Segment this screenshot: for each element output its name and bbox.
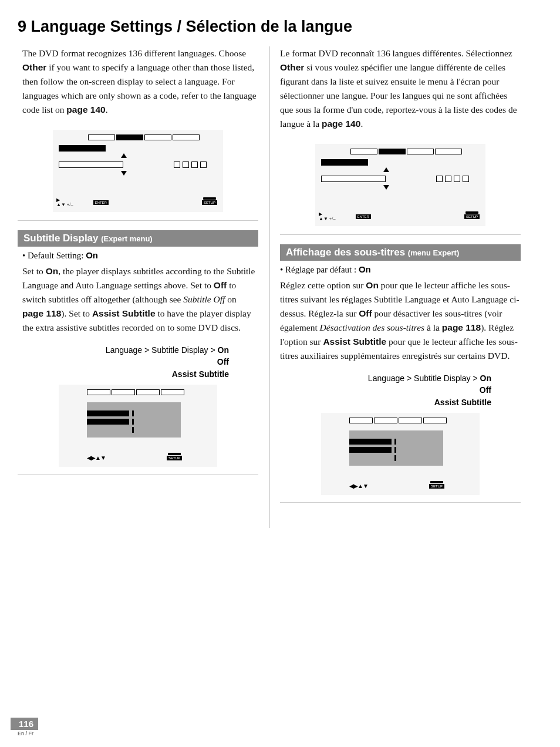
other-label: Other	[280, 62, 304, 72]
default-setting-en: • Default Setting: On	[22, 250, 258, 261]
text: • Réglage par défaut :	[280, 265, 359, 274]
setup-button-icon: SETUP	[464, 214, 480, 219]
setup-button-icon: SETUP	[429, 484, 444, 489]
enter-button-icon: ENTER	[356, 214, 371, 219]
diagram-menu-fr: ◀▶▲▼ SETUP	[321, 413, 480, 495]
menu-path-en: Language > Subtitle Display > On Off Ass…	[18, 344, 229, 380]
page-ref: page 140	[322, 119, 360, 129]
text: The DVD format recognizes 136 different …	[22, 48, 246, 58]
page-ref: page 140	[66, 105, 105, 115]
off-label: Off	[214, 280, 227, 290]
default-setting-fr: • Réglage par défaut : On	[280, 264, 521, 275]
page-footer: 116 En / Fr	[11, 718, 38, 736]
page-number: 116	[11, 718, 38, 730]
diagram-remote-fr: ▶▲▼ +/– ENTER SETUP	[315, 144, 485, 226]
menu-off: Off	[480, 385, 491, 395]
menu-assist: Assist Subtitle	[434, 398, 491, 407]
text: ). Set to	[61, 308, 92, 318]
menu-path-fr: Language > Subtitle Display > On Off Ass…	[280, 372, 491, 408]
text: .	[106, 105, 108, 115]
text: à la	[424, 322, 442, 332]
assist-label: Assist Subtitle	[92, 308, 156, 318]
diagram-remote-en: ▶▲▼ +/– ENTER SETUP	[53, 130, 223, 212]
subhead-sub: (menu Expert)	[408, 248, 459, 257]
default-value: On	[359, 264, 371, 274]
subhead-main: Affichage des sous-titres	[286, 247, 408, 258]
body-text-fr: Réglez cette option sur On pour que le l…	[280, 278, 521, 363]
column-french: Le format DVD reconnaît 136 langues diff…	[280, 46, 521, 528]
other-label: Other	[22, 62, 46, 72]
on-label: On	[366, 280, 379, 290]
diagram-menu-en: ◀▶▲▼ SETUP	[59, 385, 217, 467]
text: on	[225, 294, 236, 304]
assist-label: Assist Subtitle	[323, 337, 386, 346]
page-title: 9 Language Settings / Sélection de la la…	[18, 18, 537, 36]
setup-button-icon: SETUP	[202, 200, 217, 205]
path: Language > Subtitle Display >	[106, 345, 218, 355]
section-divider	[280, 234, 521, 235]
menu-on: On	[218, 345, 229, 355]
text: Set to	[22, 266, 46, 276]
menu-assist: Assist Subtitle	[172, 369, 229, 379]
subhead-sub: (Expert menu)	[101, 234, 152, 243]
page-lang-indicator: En / Fr	[18, 731, 38, 736]
section-divider	[280, 502, 521, 503]
section-divider	[18, 220, 258, 221]
text: • Default Setting:	[22, 251, 86, 260]
text: if you want to specify a language other …	[22, 62, 257, 115]
default-value: On	[86, 250, 98, 260]
intro-text-en: The DVD format recognizes 136 different …	[22, 46, 258, 117]
see-ref: Subtitle Off	[183, 294, 225, 304]
page-ref: page 118	[442, 322, 481, 332]
column-english: The DVD format recognizes 136 different …	[18, 46, 258, 528]
enter-button-icon: ENTER	[93, 200, 109, 205]
play-icon: ▶▲▼ +/–	[56, 198, 73, 207]
nav-arrows-icon: ◀▶▲▼	[349, 483, 368, 489]
body-text-en: Set to On, the player displays subtitles…	[22, 264, 258, 335]
see-ref: Désactivation des sous-titres	[320, 322, 425, 332]
section-divider	[18, 474, 258, 475]
text: si vous voulez spécifier une langue diff…	[280, 62, 517, 129]
play-icon: ▶▲▼ +/–	[319, 212, 336, 221]
column-divider	[269, 46, 269, 528]
subheading-fr: Affichage des sous-titres (menu Expert)	[280, 244, 521, 261]
subhead-main: Subtitle Display	[23, 233, 101, 244]
text: Réglez cette option sur	[280, 280, 366, 290]
setup-button-icon: SETUP	[167, 456, 182, 460]
on-label: On	[46, 266, 59, 276]
text: Le format DVD reconnaît 136 langues diff…	[280, 48, 512, 58]
menu-on: On	[480, 374, 491, 383]
nav-arrows-icon: ◀▶▲▼	[87, 455, 106, 461]
off-label: Off	[359, 308, 372, 318]
intro-text-fr: Le format DVD reconnaît 136 langues diff…	[280, 46, 521, 131]
path: Language > Subtitle Display >	[368, 374, 480, 383]
subheading-en: Subtitle Display (Expert menu)	[18, 230, 258, 247]
page-ref: page 118	[22, 308, 61, 318]
menu-off: Off	[217, 357, 229, 366]
text: .	[360, 119, 363, 129]
